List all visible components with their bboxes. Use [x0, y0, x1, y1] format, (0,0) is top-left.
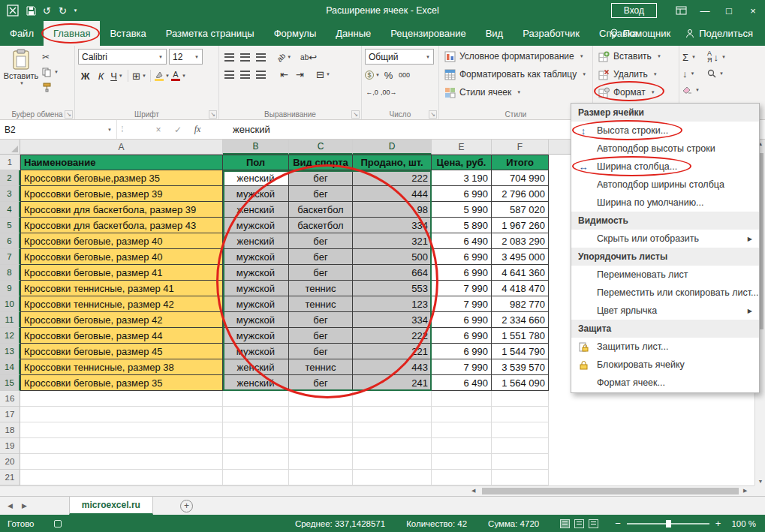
cell-F14[interactable]: 3 539 570: [492, 359, 549, 375]
font-name-combo[interactable]: Calibri▼: [78, 49, 167, 65]
row-header-13[interactable]: 13: [0, 344, 20, 359]
align-bottom-icon[interactable]: [254, 50, 268, 65]
conditional-formatting-button[interactable]: Условное форматирование▼: [442, 47, 590, 65]
cell-A11[interactable]: Кроссовки беговые, размер 42: [20, 312, 223, 328]
column-header-E[interactable]: E: [432, 140, 492, 155]
scroll-right-icon[interactable]: ▶: [743, 488, 747, 494]
format-painter-icon[interactable]: [42, 81, 62, 93]
cell-B18[interactable]: [223, 422, 289, 438]
row-header-20[interactable]: 20: [0, 454, 20, 470]
cell-D3[interactable]: 444: [353, 186, 432, 202]
cell-B3[interactable]: мужской: [223, 186, 289, 202]
row-header-12[interactable]: 12: [0, 328, 20, 344]
cut-icon[interactable]: ✂: [42, 51, 62, 63]
ribbon-tab-6[interactable]: Рецензирование: [381, 21, 475, 46]
font-color-button[interactable]: А▼: [171, 68, 186, 83]
cell-C6[interactable]: бег: [289, 233, 353, 249]
cell-E3[interactable]: 6 990: [432, 186, 492, 202]
cell-F19[interactable]: [492, 438, 549, 454]
cell-E6[interactable]: 6 490: [432, 233, 492, 249]
italic-button[interactable]: К: [94, 68, 108, 83]
cell-D8[interactable]: 664: [353, 265, 432, 281]
enter-icon[interactable]: ✓: [168, 120, 188, 139]
cell-A2[interactable]: Кроссовки беговые,размер 35: [20, 170, 223, 186]
cell-C9[interactable]: теннис: [289, 281, 353, 296]
cell-E11[interactable]: 6 990: [432, 312, 492, 328]
fill-color-button[interactable]: ▼: [155, 68, 170, 83]
cell-C15[interactable]: бег: [289, 375, 353, 391]
status-sum[interactable]: Сумма: 4720: [488, 519, 539, 528]
ribbon-display-options-icon[interactable]: [669, 0, 693, 21]
cell-F16[interactable]: [492, 391, 549, 407]
menu-item[interactable]: Ширина по умолчанию...: [571, 194, 759, 212]
cell-B5[interactable]: мужской: [223, 218, 289, 233]
cell-F12[interactable]: 1 551 780: [492, 328, 549, 344]
sort-filter-button[interactable]: АЯ↓▼: [707, 49, 726, 65]
cell-F2[interactable]: 704 990: [492, 170, 549, 186]
sheet-nav-left-icon[interactable]: ◀: [8, 502, 13, 509]
status-average[interactable]: Среднее: 337,1428571: [295, 519, 385, 528]
cell-F3[interactable]: 2 796 000: [492, 186, 549, 202]
cell-E7[interactable]: 6 990: [432, 249, 492, 265]
cell-D14[interactable]: 443: [353, 359, 432, 375]
cell-F1[interactable]: Итого: [492, 155, 549, 170]
cell-D21[interactable]: [353, 470, 432, 485]
cell-C1[interactable]: Вид спорта: [289, 155, 353, 170]
cell-A6[interactable]: Кроссовки беговые, размер 40: [20, 233, 223, 249]
cell-D7[interactable]: 500: [353, 249, 432, 265]
cell-A8[interactable]: Кроссовки беговые, размер 41: [20, 265, 223, 281]
percent-format-icon[interactable]: %: [381, 68, 396, 83]
cell-C7[interactable]: бег: [289, 249, 353, 265]
cell-A7[interactable]: Кроссовки беговые, размер 40: [20, 249, 223, 265]
cell-E17[interactable]: [432, 407, 492, 422]
cell-D6[interactable]: 321: [353, 233, 432, 249]
column-header-B[interactable]: B: [223, 140, 289, 155]
cell-C4[interactable]: баскетбол: [289, 202, 353, 218]
accounting-format-icon[interactable]: $▼: [365, 68, 380, 83]
align-middle-icon[interactable]: [238, 50, 252, 65]
ribbon-tab-3[interactable]: Разметка страницы: [156, 21, 264, 46]
formula-bar-value[interactable]: женский: [233, 120, 270, 139]
ribbon-tab-0[interactable]: Файл: [0, 21, 44, 46]
sheet-nav-right-icon[interactable]: ▶: [22, 502, 27, 509]
row-header-21[interactable]: 21: [0, 470, 20, 485]
align-left-icon[interactable]: [222, 67, 236, 82]
cell-B17[interactable]: [223, 407, 289, 422]
row-header-2[interactable]: 2: [0, 170, 20, 186]
cell-C5[interactable]: баскетбол: [289, 218, 353, 233]
decrease-indent-icon[interactable]: ⇤: [277, 67, 291, 82]
cell-E19[interactable]: [432, 438, 492, 454]
menu-item[interactable]: Цвет ярлычка▶: [571, 302, 759, 320]
row-header-9[interactable]: 9: [0, 281, 20, 296]
name-box[interactable]: B2▼: [0, 120, 117, 139]
menu-item[interactable]: Формат ячеек...: [571, 374, 759, 392]
sign-in-button[interactable]: Вход: [611, 3, 657, 18]
row-header-7[interactable]: 7: [0, 249, 20, 265]
cell-A13[interactable]: Кроссовки беговые, размер 45: [20, 344, 223, 359]
align-top-icon[interactable]: [222, 50, 236, 65]
align-right-icon[interactable]: [254, 67, 268, 82]
insert-function-icon[interactable]: fx: [188, 120, 207, 139]
cell-A5[interactable]: Кроссовки для баскетбола, размер 43: [20, 218, 223, 233]
ribbon-tab-1[interactable]: Главная: [44, 21, 100, 46]
cell-B6[interactable]: женский: [223, 233, 289, 249]
redo-icon[interactable]: ↻: [55, 2, 71, 19]
cell-B1[interactable]: Пол: [223, 155, 289, 170]
horizontal-scroll-thumb[interactable]: [482, 488, 739, 494]
row-header-6[interactable]: 6: [0, 233, 20, 249]
cell-D12[interactable]: 222: [353, 328, 432, 344]
paste-button[interactable]: Вставить ▼: [3, 47, 39, 93]
cell-B20[interactable]: [223, 454, 289, 470]
row-header-14[interactable]: 14: [0, 359, 20, 375]
cell-E18[interactable]: [432, 422, 492, 438]
copy-icon[interactable]: ▼: [42, 66, 62, 78]
cell-D1[interactable]: Продано, шт.: [353, 155, 432, 170]
row-header-8[interactable]: 8: [0, 265, 20, 281]
cell-A16[interactable]: [20, 391, 223, 407]
cell-C16[interactable]: [289, 391, 353, 407]
cell-A3[interactable]: Кроссовки беговые, размер 39: [20, 186, 223, 202]
cell-D19[interactable]: [353, 438, 432, 454]
cell-E4[interactable]: 5 990: [432, 202, 492, 218]
qat-customize-icon[interactable]: ▼: [71, 2, 80, 19]
cell-E15[interactable]: 6 490: [432, 375, 492, 391]
